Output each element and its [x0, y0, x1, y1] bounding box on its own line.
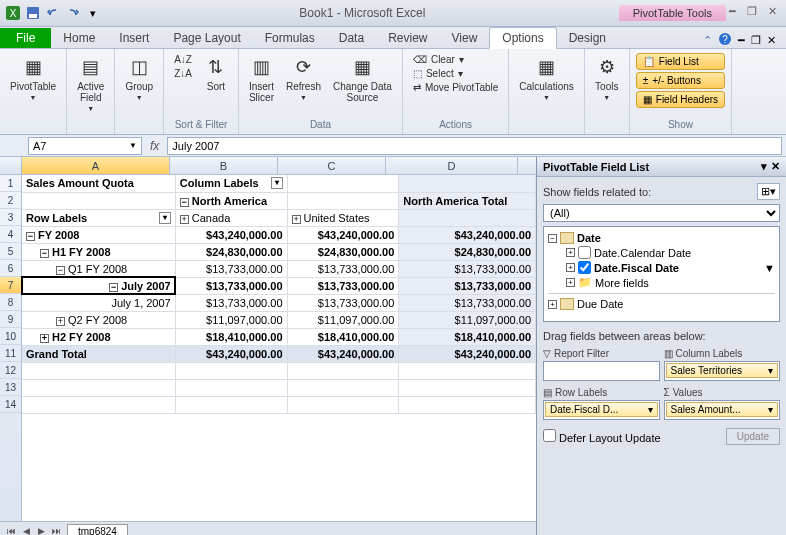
cell[interactable]	[399, 209, 536, 226]
cell[interactable]: +H2 FY 2008	[22, 328, 175, 345]
collapse-icon[interactable]: −	[180, 198, 189, 207]
pivottable-button[interactable]: ▦PivotTable▼	[6, 53, 60, 103]
cell[interactable]: $18,410,000.00	[399, 328, 536, 345]
filter-icon[interactable]: ▾	[271, 177, 283, 189]
sheet-tab[interactable]: tmp6824	[67, 524, 128, 536]
tab-insert[interactable]: Insert	[107, 28, 161, 48]
undo-icon[interactable]	[44, 4, 62, 22]
cell[interactable]: $24,830,000.00	[287, 243, 399, 260]
cell[interactable]	[22, 396, 175, 413]
field-list-toggle[interactable]: 📋Field List	[636, 53, 725, 70]
cell[interactable]	[175, 379, 287, 396]
col-header-a[interactable]: A	[22, 157, 170, 174]
sort-button[interactable]: ⇅Sort	[200, 53, 232, 94]
cell[interactable]: −H1 FY 2008	[22, 243, 175, 260]
cell[interactable]: $11,097,000.00	[287, 311, 399, 328]
plusminus-toggle[interactable]: ±+/- Buttons	[636, 72, 725, 89]
row-header[interactable]: 2	[0, 192, 21, 209]
row-header[interactable]: 10	[0, 328, 21, 345]
expand-icon[interactable]: +	[566, 263, 575, 272]
expand-icon[interactable]: +	[566, 278, 575, 287]
cell[interactable]	[399, 396, 536, 413]
row-header[interactable]: 7	[0, 277, 21, 294]
expand-icon[interactable]: +	[292, 215, 301, 224]
cell[interactable]: +United States	[287, 209, 399, 226]
cell[interactable]: $43,240,000.00	[287, 345, 399, 362]
expand-icon[interactable]: +	[548, 300, 557, 309]
sheet-first-icon[interactable]: ⏮	[4, 524, 18, 536]
cell[interactable]	[22, 192, 175, 209]
col-header-b[interactable]: B	[170, 157, 278, 174]
cell[interactable]: $13,733,000.00	[287, 294, 399, 311]
minimize-ribbon-icon[interactable]: ⌃	[703, 34, 712, 47]
cell[interactable]	[399, 362, 536, 379]
cell[interactable]	[175, 362, 287, 379]
field-chip[interactable]: Date.Fiscal D...▾	[545, 402, 658, 417]
cell[interactable]	[287, 396, 399, 413]
cell[interactable]: $13,733,000.00	[175, 277, 287, 294]
row-header[interactable]: 5	[0, 243, 21, 260]
tree-label[interactable]: Date	[577, 232, 601, 244]
chevron-down-icon[interactable]: ▾	[768, 365, 773, 376]
cell[interactable]: $43,240,000.00	[399, 226, 536, 243]
row-labels-drop[interactable]: Date.Fiscal D...▾	[543, 400, 660, 420]
row-header[interactable]: 6	[0, 260, 21, 277]
row-header[interactable]: 12	[0, 362, 21, 379]
tab-home[interactable]: Home	[51, 28, 107, 48]
cell[interactable]: Column Labels▾	[175, 175, 287, 192]
save-icon[interactable]	[24, 4, 42, 22]
field-tree[interactable]: −Date +Date.Calendar Date +Date.Fiscal D…	[543, 226, 780, 322]
col-header-c[interactable]: C	[278, 157, 386, 174]
change-data-button[interactable]: ▦Change Data Source	[329, 53, 396, 105]
tree-label[interactable]: Date.Fiscal Date	[594, 262, 679, 274]
layout-icon[interactable]: ⊞▾	[757, 183, 780, 200]
cell[interactable]: $13,733,000.00	[175, 294, 287, 311]
sort-asc-button[interactable]: A↓Z	[170, 53, 196, 66]
cell[interactable]: $43,240,000.00	[175, 226, 287, 243]
collapse-icon[interactable]: −	[40, 249, 49, 258]
cell[interactable]	[287, 175, 399, 192]
row-header[interactable]: 8	[0, 294, 21, 311]
sheet-next-icon[interactable]: ▶	[34, 524, 48, 536]
row-header[interactable]: 11	[0, 345, 21, 362]
tab-data[interactable]: Data	[327, 28, 376, 48]
tree-label[interactable]: More fields	[595, 277, 649, 289]
tab-view[interactable]: View	[440, 28, 490, 48]
expand-icon[interactable]: +	[566, 248, 575, 257]
select-all-corner[interactable]	[0, 157, 22, 174]
field-checkbox[interactable]	[578, 261, 591, 274]
doc-restore-icon[interactable]: ❐	[751, 34, 761, 47]
cell[interactable]: $43,240,000.00	[287, 226, 399, 243]
expand-icon[interactable]: +	[56, 317, 65, 326]
row-header[interactable]: 13	[0, 379, 21, 396]
column-labels-drop[interactable]: Sales Territories▾	[664, 361, 781, 381]
cell[interactable]: +Canada	[175, 209, 287, 226]
group-button[interactable]: ◫Group▼	[121, 53, 157, 103]
field-chip[interactable]: Sales Amount...▾	[666, 402, 779, 417]
field-chip[interactable]: Sales Territories▾	[666, 363, 779, 378]
cell-active[interactable]: −July 2007	[22, 277, 175, 294]
cell[interactable]: $24,830,000.00	[175, 243, 287, 260]
panel-close-icon[interactable]: ✕	[771, 160, 780, 173]
collapse-icon[interactable]: −	[56, 266, 65, 275]
doc-close-icon[interactable]: ✕	[767, 34, 776, 47]
cell[interactable]	[175, 396, 287, 413]
defer-checkbox[interactable]	[543, 429, 556, 442]
cell[interactable]: $13,733,000.00	[399, 260, 536, 277]
cell[interactable]: Sales Amount Quota	[22, 175, 175, 192]
sheet-last-icon[interactable]: ⏭	[49, 524, 63, 536]
chevron-down-icon[interactable]: ▾	[768, 404, 773, 415]
tools-button[interactable]: ⚙Tools▼	[591, 53, 623, 103]
row-header[interactable]: 14	[0, 396, 21, 413]
expand-icon[interactable]: +	[40, 334, 49, 343]
cell[interactable]: $13,733,000.00	[287, 277, 399, 294]
cell[interactable]	[287, 192, 399, 209]
cell[interactable]	[399, 379, 536, 396]
row-header[interactable]: 9	[0, 311, 21, 328]
update-button[interactable]: Update	[726, 428, 780, 445]
minimize-icon[interactable]: ━	[724, 4, 740, 18]
cell[interactable]: $11,097,000.00	[399, 311, 536, 328]
sort-desc-button[interactable]: Z↓A	[170, 67, 196, 80]
close-icon[interactable]: ✕	[764, 4, 780, 18]
collapse-icon[interactable]: −	[548, 234, 557, 243]
